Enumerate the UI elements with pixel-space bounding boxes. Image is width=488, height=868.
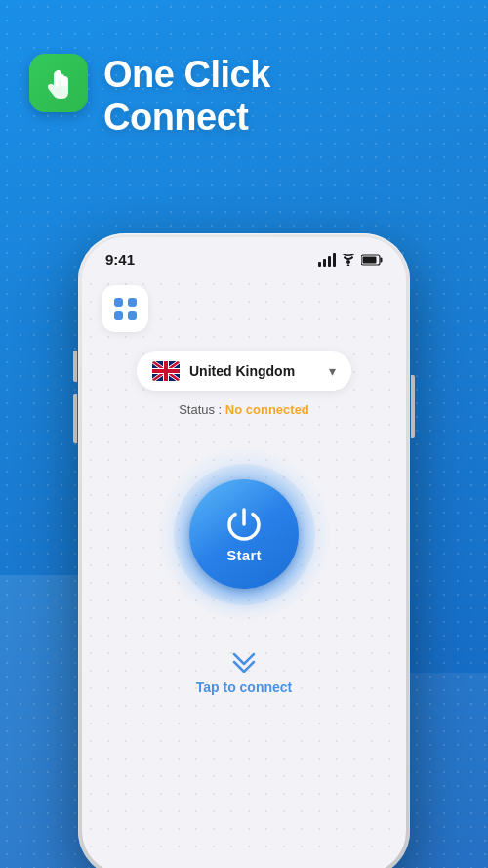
header-title: One Click Connect (103, 54, 270, 139)
country-name: United Kingdom (189, 363, 319, 379)
power-glow-inner: Start (174, 464, 315, 605)
title-line2: Connect (103, 97, 249, 138)
wifi-icon (341, 254, 356, 266)
menu-dots-grid (112, 296, 139, 322)
app-icon (29, 54, 88, 112)
chevron-down-icon: ▾ (329, 363, 336, 379)
status-bar: 9:41 (82, 237, 406, 275)
battery-icon (361, 254, 383, 266)
tap-to-connect-label: Tap to connect (196, 680, 293, 695)
phone-frame: 9:41 (78, 233, 410, 868)
status-label: Status : (179, 402, 225, 417)
menu-dot-2 (128, 298, 137, 307)
tap-to-connect-section[interactable]: Tap to connect (196, 651, 293, 695)
menu-dot-4 (128, 311, 137, 320)
svg-rect-6 (363, 256, 377, 263)
country-selector[interactable]: United Kingdom ▾ (137, 351, 351, 391)
svg-rect-2 (64, 77, 67, 86)
app-content: United Kingdom ▾ Status : No connected (82, 275, 406, 863)
power-icon (225, 506, 263, 543)
header: One Click Connect (0, 0, 488, 158)
status-icons (318, 253, 383, 267)
status-value: No connected (225, 402, 309, 417)
side-button-power (411, 375, 415, 438)
signal-icon (318, 253, 336, 267)
start-label: Start (226, 547, 262, 563)
side-button-volume-silent (73, 351, 77, 382)
power-glow-outer: Start (156, 446, 332, 622)
phone-mockup: 9:41 (78, 233, 410, 868)
power-button-container: Start (156, 446, 332, 622)
menu-dot-3 (114, 311, 123, 320)
connection-status: Status : No connected (179, 402, 309, 417)
svg-rect-3 (56, 76, 59, 87)
menu-button[interactable] (102, 285, 148, 332)
phone-screen: 9:41 (82, 237, 406, 868)
start-button[interactable]: Start (189, 479, 299, 589)
svg-rect-5 (381, 257, 383, 262)
tap-chevrons-icon (229, 651, 259, 676)
side-button-volume (73, 394, 77, 443)
menu-dot-1 (114, 298, 123, 307)
touch-icon (42, 66, 75, 100)
uk-flag-icon (152, 361, 180, 381)
title-line1: One Click (103, 54, 270, 95)
status-time: 9:41 (105, 251, 135, 268)
svg-rect-1 (61, 76, 64, 86)
